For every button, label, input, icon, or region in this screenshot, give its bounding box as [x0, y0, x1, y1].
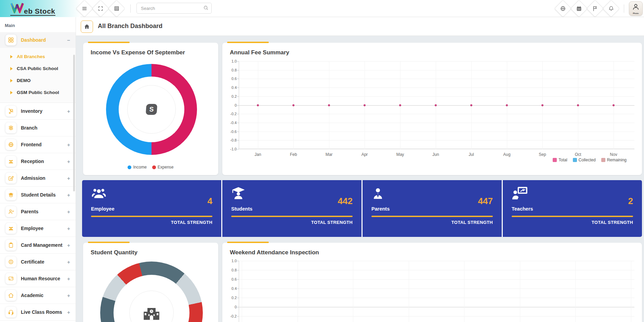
data-point: [541, 104, 543, 106]
sidebar-branch-gsm-public-school[interactable]: GSM Public School: [0, 86, 76, 98]
legend-label: Remaining: [607, 158, 627, 162]
expand-icon[interactable]: +: [67, 226, 70, 231]
card-accent: [227, 42, 269, 43]
expand-icon[interactable]: +: [67, 259, 70, 265]
reception-icon: [5, 156, 16, 167]
bell-button[interactable]: [603, 0, 620, 17]
expand-icon[interactable]: +: [67, 293, 70, 298]
fullscreen-button[interactable]: [92, 0, 109, 17]
sidebar-scrollbar[interactable]: [73, 55, 75, 191]
legend-swatch: [553, 158, 557, 162]
grid-button[interactable]: [108, 0, 126, 17]
user-avatar[interactable]: Photo: [629, 1, 643, 16]
collapse-icon[interactable]: −: [67, 37, 70, 43]
sidebar-item-parents[interactable]: Parents +: [0, 203, 76, 220]
sidebar-item-frontend[interactable]: Frontend +: [0, 136, 76, 153]
sidebar-branch-all-branches[interactable]: All Branches: [0, 51, 76, 63]
sidebar-item-card-management[interactable]: Card Management +: [0, 237, 76, 254]
legend-swatch: [152, 165, 156, 169]
menu-icon: [81, 5, 88, 12]
y-tick-label: 0.2: [224, 296, 237, 300]
data-point: [470, 104, 472, 106]
employee-group-icon: [91, 195, 107, 201]
data-point: [364, 104, 366, 106]
search-icon[interactable]: [203, 5, 209, 12]
stat-card-parents[interactable]: 447 Parents TOTAL STRENGTH: [363, 180, 502, 237]
legend-item-collected[interactable]: Collected: [573, 158, 596, 162]
x-tick-label: Jul: [469, 152, 474, 157]
expand-icon[interactable]: +: [67, 276, 70, 282]
legend-item-expense[interactable]: Expense: [152, 165, 174, 170]
sidebar-section-label: Main: [0, 17, 76, 32]
home-button[interactable]: [81, 21, 93, 33]
expand-icon[interactable]: +: [67, 142, 70, 148]
legend-item-remaining[interactable]: Remaining: [601, 158, 627, 162]
sidebar-item-admission[interactable]: Admission +: [0, 170, 76, 187]
income-expense-donut[interactable]: S: [106, 64, 197, 155]
stat-value: 2: [628, 196, 633, 206]
x-tick-label: May: [396, 152, 404, 157]
weekend-attendance-plot: 1.00.80.60.40.20-0.2: [239, 261, 634, 322]
sidebar-item-label: Dashboard: [21, 37, 46, 43]
logo-text: eb Stock: [24, 8, 55, 15]
income-expense-title: Income Vs Expense Of September: [83, 43, 218, 56]
stat-divider: [512, 216, 633, 217]
search-input[interactable]: [136, 3, 212, 14]
gridline-h: [239, 123, 634, 123]
y-tick-label: 0.2: [224, 94, 237, 98]
y-tick-label: 0.4: [224, 286, 237, 291]
flag-button[interactable]: [587, 0, 604, 17]
y-tick-label: -0.2: [224, 112, 237, 116]
sidebar-item-live-class[interactable]: Live Class Rooms +: [0, 304, 76, 321]
stat-card-employee[interactable]: 4 Employee TOTAL STRENGTH: [82, 180, 221, 237]
stat-label: Parents: [371, 206, 390, 212]
stat-sublabel: TOTAL STRENGTH: [451, 220, 493, 225]
legend-item-total[interactable]: Total: [553, 158, 567, 162]
data-point: [577, 104, 579, 106]
sidebar-item-branch[interactable]: Branch: [0, 120, 76, 136]
topbar: eb Stock Photo: [0, 0, 644, 17]
sidebar-item-academic[interactable]: Academic +: [0, 287, 76, 304]
gridline-h: [239, 96, 634, 97]
sidebar-item-human-resource[interactable]: Human Resource +: [0, 270, 76, 287]
x-axis-line: [239, 149, 634, 149]
sidebar-item-employee[interactable]: Employee +: [0, 220, 76, 237]
data-point: [257, 104, 259, 106]
stat-card-teachers[interactable]: 2 Teachers TOTAL STRENGTH: [503, 180, 642, 237]
calendar-button[interactable]: [570, 0, 588, 17]
caret-right-icon: [10, 55, 13, 58]
legend-swatch: [573, 158, 577, 162]
sidebar-item-label: Branch: [21, 125, 37, 131]
stat-label: Students: [231, 206, 252, 212]
y-tick-label: 0: [224, 305, 237, 309]
annual-fee-card: Annual Fee Summary 1.00.80.60.40.20-0.2-…: [222, 43, 642, 175]
sidebar-item-certificate[interactable]: Certificate +: [0, 254, 76, 270]
expand-icon[interactable]: +: [67, 108, 70, 114]
sidebar-item-student-details[interactable]: Student Details +: [0, 187, 76, 203]
sidebar-branch-demo[interactable]: DEMO: [0, 75, 76, 86]
expand-icon[interactable]: +: [67, 159, 70, 164]
expand-icon[interactable]: +: [67, 209, 70, 215]
legend-item-income[interactable]: Income: [128, 165, 146, 170]
expand-icon[interactable]: +: [67, 192, 70, 198]
expand-icon[interactable]: +: [67, 242, 70, 248]
card-accent: [88, 42, 130, 43]
flag-icon: [592, 5, 598, 12]
expand-icon[interactable]: +: [67, 309, 70, 315]
y-tick-label: 0.6: [224, 277, 237, 281]
sidebar-branch-csa-public-school[interactable]: CSA Public School: [0, 63, 76, 75]
s-logo-icon: S: [146, 104, 157, 115]
expand-icon[interactable]: +: [67, 175, 70, 181]
gridline-v: [520, 261, 520, 322]
sidebar-item-dashboard[interactable]: Dashboard −: [0, 32, 76, 48]
income-expense-legend: IncomeExpense: [83, 165, 218, 170]
sidebar-item-reception[interactable]: Reception +: [0, 153, 76, 170]
legend-label: Expense: [158, 165, 174, 170]
brand-logo[interactable]: eb Stock: [10, 2, 55, 16]
stat-card-students[interactable]: 442 Students TOTAL STRENGTH: [222, 180, 362, 237]
legend-label: Collected: [579, 158, 596, 162]
globe-button[interactable]: [554, 0, 572, 17]
parent-icon: [371, 196, 384, 202]
sidebar-item-inventory[interactable]: Inventory +: [0, 103, 76, 120]
student-quantity-donut[interactable]: [100, 261, 203, 322]
